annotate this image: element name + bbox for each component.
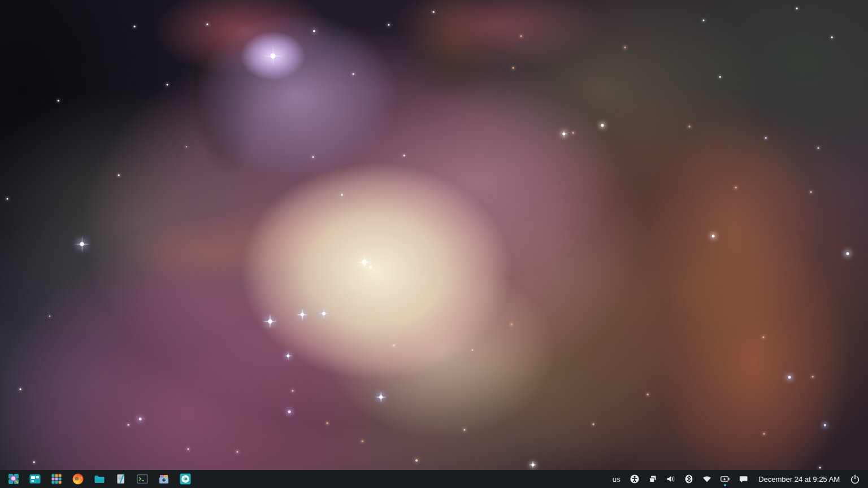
file-manager-icon [93, 473, 106, 485]
star [388, 24, 389, 25]
clock[interactable]: December 24 at 9:25 AM [754, 475, 844, 483]
star [572, 132, 574, 134]
star [186, 146, 187, 147]
package-installer-icon [158, 473, 170, 485]
star [735, 187, 737, 189]
volume-button[interactable] [663, 471, 678, 487]
keyboard-layout-indicator[interactable]: us [609, 475, 624, 483]
star [647, 394, 649, 395]
star [719, 76, 721, 78]
notifications-icon [738, 474, 748, 484]
star [819, 467, 821, 469]
terminal-icon [136, 473, 149, 485]
star [593, 424, 594, 425]
firefox-button[interactable] [70, 471, 86, 487]
star [20, 389, 21, 390]
star [362, 441, 363, 442]
star [369, 265, 372, 268]
star [765, 137, 767, 139]
star [188, 448, 189, 450]
star [601, 124, 604, 127]
star [33, 461, 35, 463]
star [472, 350, 473, 351]
star [831, 37, 833, 38]
wifi-button[interactable] [700, 471, 714, 487]
star [393, 345, 395, 346]
accessibility-button[interactable] [627, 471, 642, 487]
star [327, 422, 328, 424]
star [271, 54, 276, 59]
star [712, 235, 715, 238]
star [322, 312, 326, 315]
virtual-desktops-icon [29, 473, 41, 485]
star [824, 424, 826, 426]
star [511, 324, 513, 325]
app-launcher-button[interactable] [6, 471, 21, 487]
star [268, 320, 272, 324]
star [379, 395, 383, 399]
star [433, 11, 435, 13]
star [810, 191, 812, 193]
star [703, 20, 705, 21]
star [415, 459, 418, 461]
star [532, 464, 535, 467]
app-grid-icon [50, 473, 63, 485]
power-icon [850, 474, 860, 484]
accessibility-icon [630, 474, 640, 484]
virtual-desktops-button[interactable] [27, 471, 43, 487]
wifi-icon [702, 474, 712, 484]
star [796, 8, 798, 10]
star [403, 155, 405, 156]
star [287, 354, 289, 357]
star [118, 175, 120, 176]
desktop-wallpaper[interactable] [0, 0, 868, 488]
star [7, 198, 8, 200]
star [812, 376, 814, 378]
firefox-icon [72, 473, 84, 485]
bluetooth-icon [684, 474, 694, 484]
star [313, 156, 314, 158]
star [818, 147, 819, 149]
app-grid-button[interactable] [49, 471, 64, 487]
star [562, 132, 565, 135]
taskbar-panel: us [0, 470, 868, 488]
file-manager-button[interactable] [92, 471, 107, 487]
media-viewer-icon [179, 473, 192, 485]
app-launcher-icon [7, 473, 20, 485]
clipboard-button[interactable] [645, 471, 660, 487]
system-tray: us [609, 471, 868, 487]
star [80, 242, 84, 246]
bluetooth-button[interactable] [682, 471, 696, 487]
star [292, 390, 293, 391]
star [846, 252, 849, 255]
taskbar-app-area [0, 471, 196, 487]
star [513, 67, 514, 69]
star [520, 36, 522, 37]
star [341, 194, 343, 196]
text-editor-button[interactable] [113, 471, 129, 487]
battery-button[interactable] [718, 471, 732, 487]
star [206, 23, 208, 25]
star [464, 429, 466, 431]
text-editor-icon [115, 473, 127, 485]
star [788, 376, 791, 379]
battery-icon [720, 474, 730, 484]
package-installer-button[interactable] [156, 471, 172, 487]
star [128, 424, 129, 426]
star [624, 47, 626, 49]
star [763, 433, 765, 435]
clipboard-icon [648, 474, 658, 484]
star [288, 411, 291, 413]
power-button[interactable] [848, 471, 862, 487]
star [49, 316, 50, 317]
star [301, 313, 304, 316]
star [58, 100, 59, 102]
media-viewer-button[interactable] [177, 471, 193, 487]
notifications-button[interactable] [736, 471, 750, 487]
volume-icon [666, 474, 676, 484]
terminal-button[interactable] [134, 471, 150, 487]
star [313, 30, 315, 32]
star [167, 84, 168, 86]
star [689, 126, 691, 128]
star [362, 260, 367, 264]
